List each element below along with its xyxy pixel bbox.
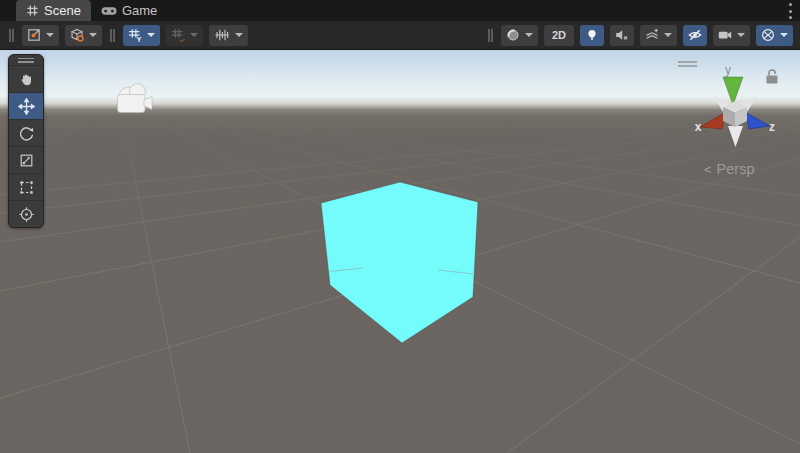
- scene-3d-canvas: y x z: [0, 50, 800, 453]
- grid-axis-icon: Y: [127, 27, 143, 43]
- snap-increment-button[interactable]: [209, 25, 248, 46]
- eye-slash-icon: [687, 27, 703, 43]
- dropdown-arrow-icon[interactable]: [147, 33, 155, 37]
- tab-game-label: Game: [122, 3, 157, 18]
- rotate-icon: [18, 125, 35, 142]
- grid-hash-icon: [26, 4, 39, 17]
- tab-game[interactable]: Game: [91, 0, 167, 21]
- padlock-icon[interactable]: [767, 70, 778, 84]
- gizmo-overlay-drag-handle[interactable]: [678, 62, 697, 66]
- cube-orientation-icon: [69, 27, 85, 43]
- gizmo-axis-x-cone[interactable]: [700, 112, 726, 129]
- dropdown-arrow-icon[interactable]: [664, 33, 672, 37]
- effects-layers-icon: [644, 27, 660, 43]
- pivot-icon: [26, 27, 42, 43]
- camera-gizmo-icon[interactable]: [118, 84, 153, 113]
- dropdown-arrow-icon[interactable]: [780, 33, 788, 37]
- transform-icon: [18, 206, 35, 223]
- lightbulb-icon: [584, 27, 600, 43]
- axis-z-label: z: [769, 120, 775, 134]
- draw-mode-button[interactable]: [501, 25, 538, 46]
- grid-axis-label: Y: [137, 35, 142, 43]
- view-options-group: 2D: [486, 25, 793, 46]
- move-arrows-icon: [18, 98, 35, 115]
- axis-y-label: y: [725, 63, 731, 77]
- dropdown-arrow-icon[interactable]: [737, 33, 745, 37]
- hidden-objects-button[interactable]: [683, 25, 707, 46]
- camera-icon: [717, 27, 733, 43]
- handle-orientation-button[interactable]: [65, 25, 102, 46]
- speaker-muted-icon: [614, 27, 630, 43]
- tab-scene[interactable]: Scene: [16, 0, 91, 21]
- tools-overlay: [8, 54, 44, 228]
- scene-viewport[interactable]: y x z < Persp: [0, 50, 800, 453]
- gizmo-axis-neg-cone[interactable]: [728, 126, 743, 147]
- handle-position-pivot-button[interactable]: [22, 25, 59, 46]
- scale-icon: [18, 152, 35, 169]
- gizmo-axis-z-cone[interactable]: [745, 112, 770, 129]
- grid-magnet-icon: [170, 27, 186, 43]
- tab-bar: Scene Game: [0, 0, 800, 21]
- hand-icon: [18, 71, 35, 88]
- move-tool-button[interactable]: [9, 92, 43, 119]
- axis-x-label: x: [695, 120, 702, 134]
- scale-tool-button[interactable]: [9, 146, 43, 173]
- snap-increment-icon: [213, 27, 231, 43]
- dropdown-arrow-icon[interactable]: [89, 33, 97, 37]
- scene-toolbar: Y: [0, 21, 800, 50]
- grid-visibility-button[interactable]: Y: [123, 25, 160, 46]
- mode-2d-button[interactable]: 2D: [544, 25, 574, 46]
- rect-tool-button[interactable]: [9, 173, 43, 200]
- scene-camera-button[interactable]: [713, 25, 750, 46]
- scene-lighting-button[interactable]: [580, 25, 604, 46]
- projection-label: Persp: [717, 161, 755, 177]
- view-tool-button[interactable]: [9, 65, 43, 92]
- dropdown-arrow-icon[interactable]: [190, 33, 198, 37]
- cube-object[interactable]: [321, 182, 478, 343]
- tools-drag-handle[interactable]: [9, 55, 43, 65]
- audio-mute-button[interactable]: [610, 25, 634, 46]
- rect-icon: [18, 179, 35, 196]
- grid-snap-group: Y: [123, 25, 248, 46]
- snap-to-grid-button[interactable]: [166, 25, 203, 46]
- dropdown-arrow-icon[interactable]: [46, 33, 54, 37]
- projection-toggle[interactable]: < Persp: [704, 161, 754, 177]
- unity-scene-view: Scene Game: [0, 0, 800, 453]
- effects-button[interactable]: [640, 25, 677, 46]
- shaded-sphere-icon: [505, 27, 521, 43]
- tab-scene-label: Scene: [44, 3, 81, 18]
- rotate-tool-button[interactable]: [9, 119, 43, 146]
- gizmo-axis-y-cone[interactable]: [723, 77, 743, 105]
- view-group-drag-handle[interactable]: [488, 29, 493, 42]
- tool-settings-group: [22, 25, 102, 46]
- mode-2d-label: 2D: [548, 29, 570, 41]
- toolbar-drag-handle[interactable]: [9, 29, 14, 42]
- grid-group-drag-handle[interactable]: [110, 29, 115, 42]
- transform-tool-button[interactable]: [9, 200, 43, 227]
- kebab-menu-icon[interactable]: [787, 3, 793, 19]
- dropdown-arrow-icon[interactable]: [525, 33, 533, 37]
- gamepad-icon: [101, 5, 117, 17]
- gizmos-button[interactable]: [756, 25, 793, 46]
- projection-arrow-icon: <: [704, 162, 712, 177]
- gizmos-sphere-icon: [760, 27, 776, 43]
- dropdown-arrow-icon[interactable]: [235, 33, 243, 37]
